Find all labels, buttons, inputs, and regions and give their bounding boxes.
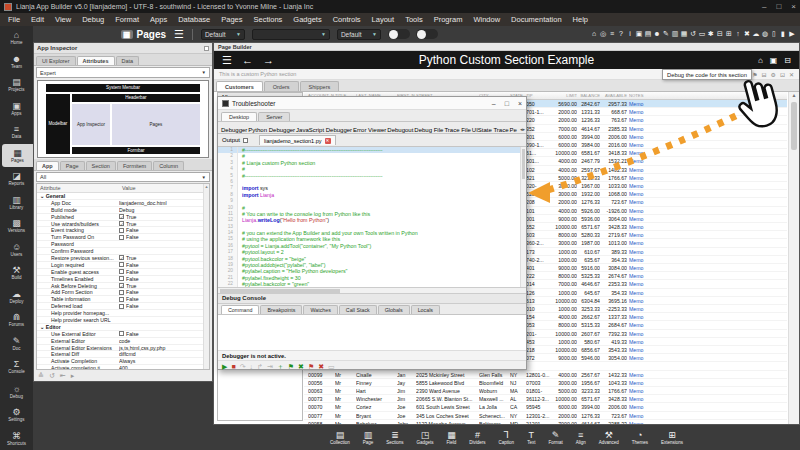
attribute-row[interactable]: Build modeDebug: [37, 207, 209, 214]
toggle-switch-2[interactable]: [416, 29, 438, 39]
run-to-cursor-icon[interactable]: ⇥: [267, 363, 273, 371]
sidebar-item-reports[interactable]: ◪Reports: [0, 167, 33, 191]
checkbox-unchecked-icon[interactable]: [119, 228, 124, 233]
memo-link[interactable]: Memo: [629, 265, 689, 271]
clear-breakpoints-icon[interactable]: ✖: [318, 363, 324, 371]
output-checkbox[interactable]: [243, 138, 248, 143]
toggle-switch-1[interactable]: [388, 29, 410, 39]
page-menu-icon[interactable]: ☰: [222, 54, 232, 67]
diagram-modelbar[interactable]: Modelbar: [46, 94, 70, 154]
add-breakpoint-icon[interactable]: ⚑: [288, 363, 294, 371]
settings-icon[interactable]: ✱: [707, 30, 715, 38]
memo-link[interactable]: Memo: [629, 413, 689, 419]
memo-link[interactable]: Memo: [629, 126, 689, 132]
diagram-headerbar[interactable]: Headerbar: [72, 94, 200, 102]
menu-item-documentation[interactable]: Documentation: [511, 15, 561, 24]
console-tab-breakpoints[interactable]: Breakpoints: [260, 305, 302, 314]
checkbox-checked-icon[interactable]: ✓: [119, 221, 124, 226]
debugger-tab-javascript-debugger[interactable]: JavaScript Debugger: [296, 127, 352, 133]
bottombar-item-extensions[interactable]: ⊞Extensions: [661, 430, 683, 445]
memo-link[interactable]: Memo: [629, 224, 689, 230]
debugger-tab-trace-file[interactable]: Trace File: [444, 127, 470, 133]
bottombar-item-page[interactable]: ▥Page: [363, 430, 374, 445]
column-header-notes[interactable]: NOTES: [629, 93, 689, 98]
debugger-tab-error-viewer[interactable]: Error Viewer: [353, 127, 386, 133]
sidebar-item-debug[interactable]: ☼Debug: [0, 380, 33, 404]
table-row[interactable]: 00063MrHartJim2390 Ward AvenueWoburnMA01…: [304, 387, 787, 395]
bottombar-item-sections[interactable]: ≣Sections: [386, 430, 403, 445]
memo-link[interactable]: Memo: [629, 388, 689, 394]
debugger-tab-debugger[interactable]: Debugger: [221, 127, 247, 133]
diagram-app-inspector[interactable]: App Inspector: [72, 104, 110, 145]
memo-link[interactable]: Memo: [629, 396, 689, 402]
memo-link[interactable]: Memo: [629, 273, 689, 279]
debug-command-area[interactable]: [218, 315, 526, 351]
tab-shippers[interactable]: Shippers: [300, 81, 340, 91]
bottombar-item-gadgets[interactable]: ◳Gadgets: [417, 430, 434, 445]
sidebar-item-library[interactable]: ▥Library: [0, 191, 33, 215]
memo-link[interactable]: Memo: [629, 199, 689, 205]
open-doc-icon[interactable]: ▤: [644, 30, 652, 38]
sidebar-item-forums[interactable]: ⋒Forums: [0, 308, 33, 332]
debugger-tab-uistate-trace[interactable]: UIState Trace: [472, 127, 509, 133]
memo-link[interactable]: Memo: [629, 240, 689, 246]
bottombar-item-themes[interactable]: ◔Themes: [632, 430, 648, 445]
tab-column[interactable]: Column: [153, 161, 184, 170]
attribute-group[interactable]: ⌄ General: [37, 193, 209, 200]
web-icon[interactable]: ◍: [761, 30, 769, 38]
menu-item-layout[interactable]: Layout: [372, 15, 395, 24]
enable-breakpoints-icon[interactable]: ✖: [298, 363, 304, 371]
console-tab-call-stack[interactable]: Call Stack: [339, 305, 377, 314]
sidebar-item-home[interactable]: ⌂Home: [0, 26, 33, 50]
library-icon[interactable]: ▥: [671, 30, 679, 38]
attributes-scrollbar[interactable]: ▲: [203, 184, 209, 369]
memo-link[interactable]: Memo: [629, 298, 689, 304]
list-icon[interactable]: ≡: [608, 30, 616, 38]
sidebar-item-users[interactable]: ☺Users: [0, 238, 33, 262]
sidebar-item-team[interactable]: ☻Team: [0, 50, 33, 74]
console-tab-command[interactable]: Command: [221, 305, 259, 314]
attribute-filter-select[interactable]: All▼: [36, 172, 210, 182]
menu-item-window[interactable]: Window: [473, 15, 500, 24]
bottombar-item-advanced[interactable]: ⚒Advanced: [599, 430, 619, 445]
maximize-button[interactable]: □: [776, 2, 781, 11]
menu-item-tools[interactable]: Tools: [405, 15, 423, 24]
memo-link[interactable]: Memo: [629, 281, 689, 287]
memo-link[interactable]: Memo: [629, 142, 689, 148]
step-into-icon[interactable]: ↓: [250, 363, 254, 370]
bottombar-item-caption[interactable]: ꞀCaption: [499, 430, 515, 445]
menu-item-gadgets[interactable]: Gadgets: [293, 15, 321, 24]
tab-ui-explorer[interactable]: UI Explorer: [36, 56, 76, 65]
memo-link[interactable]: Memo: [629, 306, 689, 312]
memo-link[interactable]: Memo: [629, 158, 689, 164]
dialog-tab-server[interactable]: Server: [258, 112, 290, 121]
console-tab-locals[interactable]: Locals: [411, 305, 440, 314]
checkbox-unchecked-icon[interactable]: [119, 304, 124, 309]
column-header-zip[interactable]: ZIP: [526, 93, 552, 98]
dialog-maximize-button[interactable]: □: [505, 100, 509, 107]
attribute-row[interactable]: Help provider search URL: [37, 317, 209, 324]
attribute-row[interactable]: Help provider homepag...: [37, 310, 209, 317]
undo-icon[interactable]: ↺: [49, 372, 55, 380]
delete-section-icon[interactable]: ✕: [789, 71, 794, 78]
bottombar-item-collection[interactable]: ▤Collection: [330, 430, 350, 445]
menu-item-format[interactable]: Format: [115, 15, 139, 24]
attribute-row[interactable]: Use External EditorFalse: [37, 331, 209, 338]
menu-item-apps[interactable]: Apps: [150, 15, 167, 24]
console-tab-globals[interactable]: Globals: [378, 305, 410, 314]
tab-app[interactable]: App: [36, 161, 59, 170]
debugger-tab-debug-file[interactable]: Debug File: [414, 127, 443, 133]
checkbox-checked-icon[interactable]: ✓: [119, 283, 124, 288]
close-app-icon[interactable]: ✖: [743, 30, 751, 38]
file-tab-close-icon[interactable]: ✕: [325, 138, 331, 144]
memo-link[interactable]: Memo: [629, 339, 689, 345]
memo-link[interactable]: Memo: [629, 322, 689, 328]
attribute-row[interactable]: Add Form SectionFalse: [37, 289, 209, 296]
section-select[interactable]: ▼: [252, 29, 330, 40]
memo-link[interactable]: Memo: [629, 290, 689, 296]
bottombar-item-align[interactable]: ≡Align: [576, 430, 586, 445]
memo-link[interactable]: Memo: [629, 150, 689, 156]
run-icon[interactable]: ▶: [788, 30, 796, 38]
help-icon[interactable]: ?: [617, 30, 625, 38]
dialog-tab-desktop[interactable]: Desktop: [221, 112, 257, 121]
